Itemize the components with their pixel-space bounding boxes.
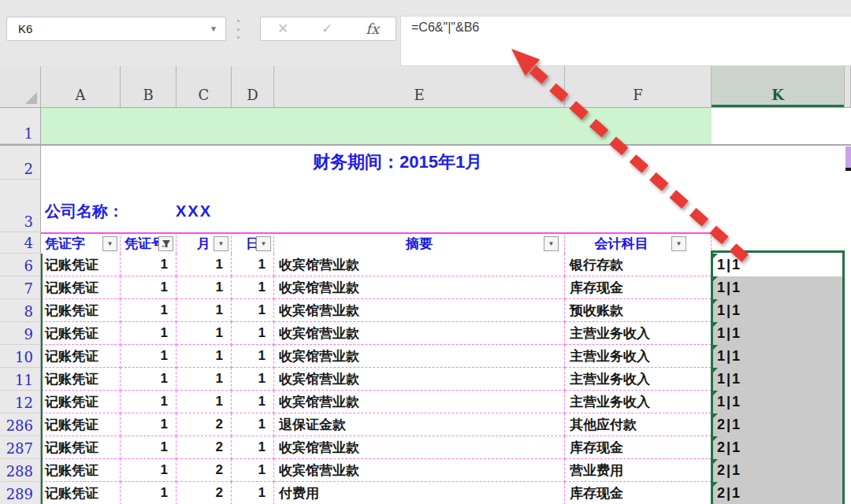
column-header-e[interactable]: E: [274, 66, 565, 107]
filter-button[interactable]: ▼: [544, 236, 559, 251]
cell-account[interactable]: 主营业务收入: [565, 368, 712, 391]
cell-day[interactable]: 1: [232, 436, 274, 459]
cell-day[interactable]: 1: [232, 368, 274, 391]
cell-account[interactable]: 主营业务收入: [565, 391, 712, 413]
cell-voucher-no[interactable]: 1: [121, 436, 177, 459]
cell-voucher-no[interactable]: 1: [121, 299, 177, 322]
cell-k-formula[interactable]: 1|1: [712, 299, 845, 322]
row-number[interactable]: 2: [0, 144, 41, 180]
cell-k-formula[interactable]: 2|1: [712, 413, 845, 436]
cell-account[interactable]: 其他应付款: [565, 413, 712, 436]
cell-day[interactable]: 1: [232, 413, 274, 436]
header-day[interactable]: 日 ▼: [232, 232, 274, 254]
cell-voucher-no[interactable]: 1: [121, 345, 177, 368]
cell-k-formula[interactable]: 1|1: [712, 254, 845, 276]
cell-month[interactable]: 1: [177, 299, 232, 322]
period-cell[interactable]: 财务期间：2015年1月: [41, 144, 851, 180]
cell-voucher-type[interactable]: 记账凭证: [41, 276, 121, 299]
column-header-f[interactable]: F: [565, 66, 712, 107]
header-voucher-type[interactable]: 凭证字 ▼: [41, 232, 121, 254]
cell-day[interactable]: 1: [232, 345, 274, 368]
column-header-k[interactable]: K: [712, 66, 845, 107]
cell-voucher-type[interactable]: 记账凭证: [41, 436, 121, 459]
cell-voucher-no[interactable]: 1: [121, 459, 177, 482]
row-number[interactable]: 287: [0, 436, 41, 459]
column-header-d[interactable]: D: [232, 66, 274, 107]
insert-function-icon[interactable]: fx: [366, 20, 379, 37]
row-number[interactable]: 286: [0, 413, 41, 436]
filter-button[interactable]: ▼: [214, 236, 229, 251]
row-number[interactable]: 1: [0, 108, 41, 144]
column-header-c[interactable]: C: [177, 66, 232, 107]
cell-summary[interactable]: 收宾馆营业款: [274, 436, 565, 459]
cell-k-formula[interactable]: 2|1: [712, 459, 845, 482]
cell-k-formula[interactable]: 1|1: [712, 322, 845, 345]
cell-k-formula[interactable]: 1|1: [712, 276, 845, 299]
header-month[interactable]: 月 ▼: [177, 232, 232, 254]
cell-account[interactable]: 营业费用: [565, 459, 712, 482]
company-cell[interactable]: 公司名称： XXX: [41, 180, 851, 232]
cell-month[interactable]: 2: [177, 413, 232, 436]
cell-voucher-type[interactable]: 记账凭证: [41, 254, 121, 276]
cell-day[interactable]: 1: [232, 482, 274, 504]
cell-voucher-no[interactable]: 1: [121, 276, 177, 299]
cell-summary[interactable]: 收宾馆营业款: [274, 322, 565, 345]
row-number[interactable]: 10: [0, 345, 41, 368]
row-number[interactable]: 8: [0, 299, 41, 322]
cell-month[interactable]: 2: [177, 482, 232, 504]
cell-day[interactable]: 1: [232, 299, 274, 322]
select-all-corner[interactable]: [0, 66, 41, 107]
cell-month[interactable]: 1: [177, 391, 232, 413]
header-summary[interactable]: 摘要 ▼: [274, 232, 565, 254]
cell-summary[interactable]: 收宾馆营业款: [274, 459, 565, 482]
cell-month[interactable]: 1: [177, 368, 232, 391]
cell-summary[interactable]: 付费用: [274, 482, 565, 504]
column-header-b[interactable]: B: [121, 66, 177, 107]
cell-summary[interactable]: 收宾馆营业款: [274, 276, 565, 299]
cell-voucher-type[interactable]: 记账凭证: [41, 482, 121, 504]
cell-voucher-type[interactable]: 记账凭证: [41, 322, 121, 345]
cell-voucher-type[interactable]: 记账凭证: [41, 345, 121, 368]
cell-account[interactable]: 主营业务收入: [565, 345, 712, 368]
cell-day[interactable]: 1: [232, 322, 274, 345]
cell-k-formula[interactable]: 1|1: [712, 391, 845, 413]
filter-button[interactable]: [158, 236, 173, 251]
row-number[interactable]: 3: [0, 180, 41, 232]
row1-green-cell[interactable]: [41, 108, 712, 144]
cell-voucher-type[interactable]: 记账凭证: [41, 368, 121, 391]
cell-voucher-no[interactable]: 1: [121, 413, 177, 436]
cell-month[interactable]: 1: [177, 276, 232, 299]
cell-summary[interactable]: 退保证金款: [274, 413, 565, 436]
cell-summary[interactable]: 收宾馆营业款: [274, 368, 565, 391]
row-number[interactable]: 11: [0, 368, 41, 391]
row-number[interactable]: 289: [0, 482, 41, 504]
cell-voucher-type[interactable]: 记账凭证: [41, 459, 121, 482]
cell-k-formula[interactable]: 1|1: [712, 345, 845, 368]
cell-month[interactable]: 1: [177, 322, 232, 345]
cell-voucher-no[interactable]: 1: [121, 368, 177, 391]
header-voucher-no[interactable]: 凭证号: [121, 232, 177, 254]
cancel-icon[interactable]: ✕: [277, 20, 288, 37]
cell-month[interactable]: 1: [177, 254, 232, 276]
cell-day[interactable]: 1: [232, 254, 274, 276]
name-box[interactable]: K6 ▼: [6, 17, 226, 41]
filter-button[interactable]: ▼: [256, 236, 271, 251]
column-header-a[interactable]: A: [41, 66, 121, 107]
cell-account[interactable]: 库存现金: [565, 436, 712, 459]
name-box-caret-icon[interactable]: ▼: [210, 24, 217, 33]
row-number[interactable]: 288: [0, 459, 41, 482]
cell-account[interactable]: 主营业务收入: [565, 322, 712, 345]
row-number[interactable]: 9: [0, 322, 41, 345]
row-number[interactable]: 7: [0, 276, 41, 299]
confirm-icon[interactable]: ✓: [321, 20, 333, 37]
cell-account[interactable]: 库存现金: [565, 482, 712, 504]
row-number[interactable]: 12: [0, 391, 41, 413]
cell-account[interactable]: 银行存款: [565, 254, 712, 276]
filter-button[interactable]: ▼: [671, 236, 686, 251]
cell-summary[interactable]: 收宾馆营业款: [274, 391, 565, 413]
cell-voucher-type[interactable]: 记账凭证: [41, 299, 121, 322]
cell-summary[interactable]: 收宾馆营业款: [274, 299, 565, 322]
cell-month[interactable]: 2: [177, 459, 232, 482]
cell-month[interactable]: 1: [177, 345, 232, 368]
cell-summary[interactable]: 收宾馆营业款: [274, 345, 565, 368]
